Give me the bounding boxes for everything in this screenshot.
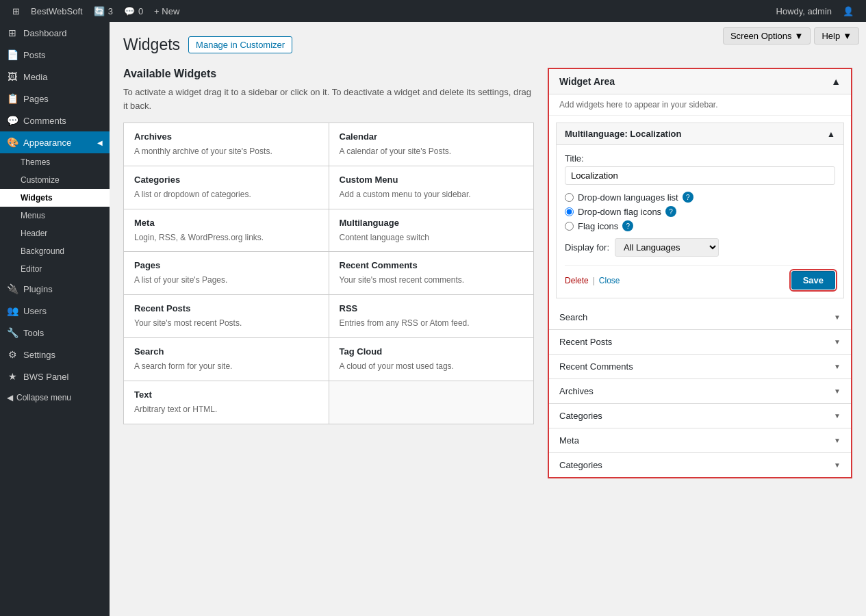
widget-expanded-header[interactable]: Multilanguage: Localization ▲	[557, 123, 843, 145]
radio-row-1: Drop-down languages list ?	[565, 192, 835, 203]
widget-name: Archives	[134, 131, 318, 142]
widget-card-categories[interactable]: Categories A list or dropdown of categor…	[124, 166, 329, 209]
widget-card-tag-cloud[interactable]: Tag Cloud A cloud of your most used tags…	[329, 338, 534, 381]
radio-flag-icons[interactable]	[565, 222, 574, 231]
site-name[interactable]: BestWebSoft	[25, 6, 88, 16]
page-title: Widgets	[123, 36, 180, 54]
sidebar-item-posts[interactable]: 📄 Posts	[0, 44, 110, 66]
bwspanel-icon: ★	[7, 371, 18, 382]
chevron-down-icon: ▼	[834, 461, 841, 469]
collapsed-widget-meta[interactable]: Meta ▼	[549, 428, 851, 453]
dashboard-icon: ⊞	[7, 27, 18, 38]
widget-name: Meta	[134, 218, 318, 228]
widget-name: Text	[134, 389, 318, 400]
radio-label-3: Flag icons	[578, 221, 618, 231]
collapsed-widget-recent-comments[interactable]: Recent Comments ▼	[549, 355, 851, 379]
collapsed-widget-name: Recent Comments	[559, 361, 633, 372]
sidebar-item-settings[interactable]: ⚙ Settings	[0, 344, 110, 365]
sidebar-item-appearance[interactable]: 🎨 Appearance ◀	[0, 131, 110, 153]
available-widgets-title: Available Widgets	[123, 68, 534, 80]
submenu-item-header[interactable]: Header	[0, 224, 110, 242]
widget-card-multilanguage[interactable]: Multilanguage Content language switch	[329, 209, 534, 252]
media-icon: 🖼	[7, 71, 18, 82]
radio-dropdown-languages[interactable]	[565, 193, 574, 202]
users-icon: 👥	[7, 305, 18, 316]
sidebar-item-tools[interactable]: 🔧 Tools	[0, 322, 110, 344]
help-icon-1[interactable]: ?	[683, 192, 693, 203]
submenu-item-editor[interactable]: Editor	[0, 260, 110, 278]
widget-name: Recent Comments	[340, 260, 524, 270]
widget-card-calendar[interactable]: Calendar A calendar of your site's Posts…	[329, 123, 534, 166]
submenu-item-widgets[interactable]: Widgets	[0, 189, 110, 207]
new-content-button[interactable]: + New	[149, 6, 185, 16]
comments-icon[interactable]: 💬 0	[118, 6, 149, 16]
available-widgets-section: Available Widgets To activate a widget d…	[123, 68, 534, 424]
title-input[interactable]	[565, 166, 835, 185]
radio-dropdown-flag-icons[interactable]	[565, 207, 574, 216]
collapsed-widget-search[interactable]: Search ▼	[549, 305, 851, 330]
close-link[interactable]: Close	[599, 276, 620, 285]
sidebar-item-label: Plugins	[23, 284, 53, 294]
widget-area-panel: Widget Area ▲ Add widgets here to appear…	[548, 68, 852, 482]
user-avatar[interactable]: 👤	[837, 6, 859, 16]
widget-card-text[interactable]: Text Arbitrary text or HTML.	[124, 381, 329, 424]
collapsed-widget-categories[interactable]: Categories ▼	[549, 404, 851, 428]
widget-card-meta[interactable]: Meta Login, RSS, & WordPress.org links.	[124, 209, 329, 252]
widget-card-rss[interactable]: RSS Entries from any RSS or Atom feed.	[329, 295, 534, 337]
sidebar-item-label: Dashboard	[23, 28, 67, 38]
display-for-label: Display for:	[565, 242, 609, 253]
updates-icon[interactable]: 🔄 3	[88, 6, 118, 16]
submenu-item-menus[interactable]: Menus	[0, 207, 110, 224]
widget-card-pages[interactable]: Pages A list of your site's Pages.	[124, 252, 329, 294]
display-for-select[interactable]: All Languages Specific Languages	[615, 238, 719, 257]
manage-in-customizer-button[interactable]: Manage in Customizer	[188, 36, 292, 53]
widget-area-box: Widget Area ▲ Add widgets here to appear…	[548, 68, 852, 478]
chevron-down-icon: ▼	[834, 338, 841, 346]
widget-card-custom-menu[interactable]: Custom Menu Add a custom menu to your si…	[329, 166, 534, 209]
sidebar-item-plugins[interactable]: 🔌 Plugins	[0, 278, 110, 300]
collapsed-widget-name: Archives	[559, 386, 594, 396]
help-button[interactable]: Help ▼	[814, 27, 859, 44]
widget-area-header: Widget Area ▲	[549, 69, 851, 94]
collapse-arrow-icon: ◀	[7, 393, 13, 402]
widget-card-empty	[329, 381, 534, 424]
sidebar-item-label: Media	[23, 72, 47, 82]
delete-link[interactable]: Delete	[565, 276, 589, 285]
collapse-widget-icon[interactable]: ▲	[827, 129, 835, 139]
collapsed-widget-name: Search	[559, 312, 587, 322]
collapsed-widget-archives[interactable]: Archives ▼	[549, 379, 851, 404]
help-icon-2[interactable]: ?	[665, 206, 676, 217]
save-button[interactable]: Save	[791, 271, 835, 290]
sidebar-item-bwspanel[interactable]: ★ BWS Panel	[0, 365, 110, 387]
admin-sidebar: ⊞ Dashboard 📄 Posts 🖼 Media 📋 Pages 💬 Co…	[0, 22, 110, 616]
widget-card-search[interactable]: Search A search form for your site.	[124, 338, 329, 381]
sidebar-item-users[interactable]: 👥 Users	[0, 300, 110, 322]
sidebar-item-media[interactable]: 🖼 Media	[0, 66, 110, 88]
submenu-item-themes[interactable]: Themes	[0, 153, 110, 171]
sidebar-item-label: BWS Panel	[23, 372, 68, 382]
radio-row-3: Flag icons ?	[565, 220, 835, 231]
sidebar-item-pages[interactable]: 📋 Pages	[0, 88, 110, 110]
chevron-down-icon: ▼	[834, 363, 841, 370]
tools-icon: 🔧	[7, 327, 18, 338]
widget-card-recent-posts[interactable]: Recent Posts Your site's most recent Pos…	[124, 295, 329, 337]
separator: |	[593, 276, 595, 285]
submenu-item-customize[interactable]: Customize	[0, 171, 110, 189]
admin-bar: ⊞ BestWebSoft 🔄 3 💬 0 + New Howdy, admin…	[0, 0, 866, 22]
collapsed-widget-categories-2[interactable]: Categories ▼	[549, 453, 851, 477]
sidebar-item-dashboard[interactable]: ⊞ Dashboard	[0, 22, 110, 44]
help-icon-3[interactable]: ?	[622, 220, 633, 231]
widget-description: Your site's most recent comments.	[340, 274, 524, 286]
widget-form: Title: Drop-down languages list ?	[557, 145, 843, 298]
widget-name: Categories	[134, 175, 318, 185]
widget-card-recent-comments[interactable]: Recent Comments Your site's most recent …	[329, 252, 534, 294]
widget-card-archives[interactable]: Archives A monthly archive of your site'…	[124, 123, 329, 166]
radio-group: Drop-down languages list ? Drop-down fla…	[565, 192, 835, 231]
screen-options-button[interactable]: Screen Options ▼	[723, 27, 811, 44]
collapse-widget-area-icon[interactable]: ▲	[831, 76, 841, 87]
collapse-menu-button[interactable]: ◀ Collapse menu	[0, 387, 110, 408]
collapse-menu-label: Collapse menu	[16, 393, 71, 402]
submenu-item-background[interactable]: Background	[0, 242, 110, 260]
sidebar-item-comments[interactable]: 💬 Comments	[0, 110, 110, 131]
collapsed-widget-recent-posts[interactable]: Recent Posts ▼	[549, 330, 851, 355]
